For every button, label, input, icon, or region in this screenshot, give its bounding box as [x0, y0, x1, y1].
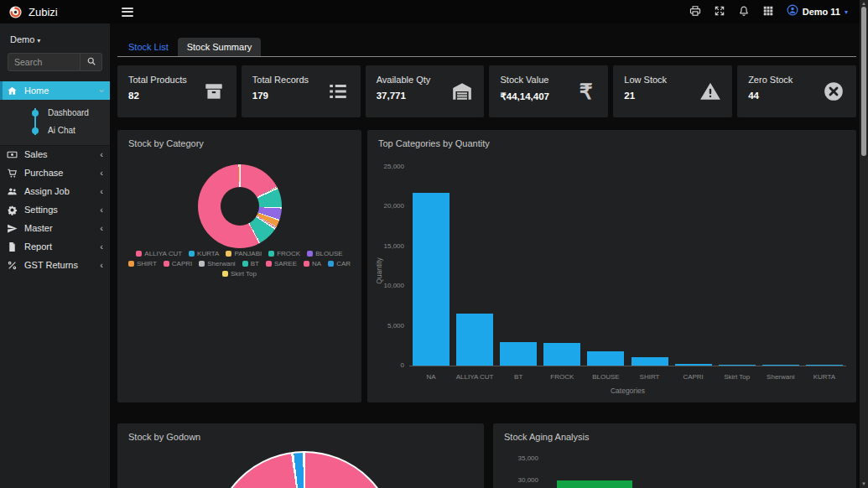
- tab-stock-summary[interactable]: Stock Summary: [178, 38, 262, 56]
- y-tick-label: 5,000: [367, 322, 404, 330]
- legend-label: BLOUSE: [315, 250, 342, 257]
- legend-item-saree[interactable]: SAREE: [266, 260, 297, 267]
- y-tick-label: 0: [367, 361, 404, 369]
- bar-column-kurta: [803, 168, 846, 366]
- user-icon: [787, 4, 798, 19]
- charts-row-2: Stock by Godown Stock Aging Analysis 35,…: [117, 423, 856, 488]
- legend-swatch-icon: [164, 261, 169, 267]
- scroll-down-arrow[interactable]: ▼: [860, 480, 868, 488]
- legend-item-frock[interactable]: FROCK: [268, 250, 300, 257]
- legend-item-sherwani[interactable]: Sherwani: [199, 260, 235, 267]
- legend-swatch-icon: [128, 261, 134, 267]
- x-tick-label: Skirt Top: [715, 373, 759, 381]
- legend-item-na[interactable]: NA: [304, 260, 321, 267]
- legend-swatch-icon: [222, 271, 228, 277]
- legend-swatch-icon: [268, 251, 274, 257]
- sidebar-item-label: Home: [24, 86, 49, 96]
- sidebar-item-label: Sales: [24, 149, 48, 159]
- legend-label: Skirt Top: [231, 270, 257, 278]
- chevron-left-icon: ‹: [100, 224, 103, 233]
- x-tick-label: CAPRI: [672, 373, 715, 381]
- chevron-left-icon: ‹: [100, 150, 103, 159]
- fullscreen-button[interactable]: [714, 5, 725, 19]
- records-list-icon: [327, 80, 350, 103]
- panel-title: Stock by Category: [117, 130, 361, 157]
- y-tick-label: 25,000: [367, 163, 404, 170]
- search-input[interactable]: [8, 54, 80, 70]
- sidebar-item-label: Assign Job: [24, 186, 70, 196]
- assign-job-icon: [7, 185, 18, 197]
- sidebar-item-settings[interactable]: Settings‹: [0, 200, 110, 219]
- legend-label: Sherwani: [207, 260, 235, 267]
- sidebar-item-purchase[interactable]: Purchase‹: [0, 164, 110, 182]
- legend-item-skirt-top[interactable]: Skirt Top: [222, 270, 257, 278]
- stat-card-text: Zero Stock44: [748, 75, 793, 108]
- stat-card-value: 44: [748, 91, 793, 101]
- y-tick-label: 30,000: [503, 476, 538, 484]
- y-tick-label: 15,000: [367, 242, 404, 250]
- sidebar-item-report[interactable]: Report‹: [0, 237, 110, 256]
- legend-label: CAR: [336, 260, 351, 267]
- stat-card-value: 82: [128, 91, 187, 101]
- x-tick-label: Sherwani: [759, 373, 803, 381]
- menu-toggle-button[interactable]: [122, 8, 133, 17]
- legend-item-panjabi[interactable]: PANJABI: [226, 250, 262, 257]
- y-tick-label: 20,000: [367, 202, 404, 210]
- sidebar-item-assign-job[interactable]: Assign Job‹: [0, 182, 110, 200]
- sidebar-item-home[interactable]: Home‹: [0, 81, 110, 100]
- bar-column-shirt: [627, 168, 671, 366]
- bar: [806, 365, 843, 366]
- chevron-left-icon: ‹: [100, 242, 103, 252]
- sidebar-item-master[interactable]: Master‹: [0, 219, 110, 237]
- legend-item-bt[interactable]: BT: [242, 260, 259, 267]
- org-switcher[interactable]: Demo▾: [0, 23, 110, 48]
- category-donut-chart: [198, 164, 282, 248]
- print-button[interactable]: [689, 5, 701, 19]
- sidebar-item-label: Purchase: [24, 168, 63, 178]
- legend-item-blouse[interactable]: BLOUSE: [307, 250, 342, 257]
- sidebar-subitem-ai-chat[interactable]: Ai Chat: [0, 122, 110, 139]
- sidebar-item-sales[interactable]: Sales‹: [0, 145, 110, 164]
- stock-by-godown-panel: Stock by Godown: [117, 423, 484, 488]
- stat-card-text: Total Records179: [252, 75, 309, 108]
- sidebar-search: [8, 53, 102, 71]
- stat-card-label: Low Stock: [624, 75, 667, 85]
- notifications-button[interactable]: [738, 5, 750, 19]
- bell-icon: [738, 5, 750, 19]
- rupee-icon: ₹: [574, 80, 597, 103]
- stat-card-value: 37,771: [377, 91, 431, 101]
- godown-pie-chart: [212, 451, 397, 488]
- stat-card-value: 21: [624, 91, 667, 101]
- legend-item-kurta[interactable]: KURTA: [189, 250, 219, 257]
- bar-column-bt: [496, 168, 540, 366]
- sidebar-subitem-dashboard[interactable]: Dashboard: [0, 104, 110, 122]
- bar: [500, 342, 537, 366]
- sidebar-item-gst-returns[interactable]: GST Returns‹: [0, 256, 110, 274]
- chevron-left-icon: ‹: [100, 169, 103, 178]
- bar: [456, 314, 493, 366]
- brand-logo-icon: [8, 5, 23, 19]
- bar-chart-x-labels: NAALLIYA CUTBTFROCKBLOUSESHIRTCAPRISkirt…: [409, 373, 846, 381]
- dashboard-content: Stock ListStock Summary Total Products82…: [110, 23, 868, 488]
- stat-card-stock-value: Stock Value₹44,14,407₹: [489, 65, 608, 117]
- category-legend: ALLIYA CUTKURTAPANJABIFROCKBLOUSESHIRTCA…: [122, 250, 358, 278]
- legend-label: PANJABI: [234, 250, 262, 257]
- legend-item-capri[interactable]: CAPRI: [164, 260, 192, 267]
- legend-label: CAPRI: [172, 260, 192, 267]
- search-button[interactable]: [80, 54, 101, 70]
- gst-returns-icon: [7, 259, 18, 271]
- topbar: Demo 11 ▾: [110, 0, 868, 23]
- report-icon: [7, 241, 18, 252]
- apps-button[interactable]: [762, 5, 774, 19]
- legend-item-shirt[interactable]: SHIRT: [128, 260, 157, 267]
- legend-item-car[interactable]: CAR: [328, 260, 351, 267]
- top-categories-panel: Top Categories by Quantity 25,00020,0001…: [367, 130, 856, 402]
- stat-card-label: Total Products: [128, 75, 187, 85]
- legend-item-alliya-cut[interactable]: ALLIYA CUT: [136, 250, 182, 257]
- scrollbar-thumb[interactable]: [861, 7, 866, 156]
- bar-column-frock: [540, 168, 584, 366]
- tab-stock-list[interactable]: Stock List: [119, 38, 178, 56]
- chevron-down-icon: ▾: [37, 37, 40, 44]
- user-menu[interactable]: Demo 11 ▾: [787, 4, 848, 19]
- master-icon: [7, 222, 18, 234]
